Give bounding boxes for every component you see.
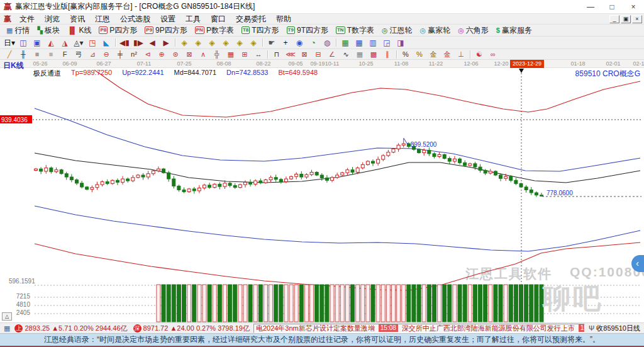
mdi-restore-button[interactable]: ▣: [621, 15, 631, 23]
draw-tool-icon[interactable]: ∿: [339, 50, 353, 59]
draw-tool-icon[interactable]: ⊥: [454, 50, 468, 59]
shenzhen-index-quote[interactable]: 8971.72 ▲24.00 0.27% 3798.19亿: [143, 324, 250, 333]
menu-item-4[interactable]: 公式选股: [115, 14, 155, 23]
news-item[interactable]: 深交所中止广西北部湾陆海新能源股份有限公司发行上市: [402, 324, 575, 333]
draw-tool-icon[interactable]: ⊿: [86, 50, 99, 59]
menu-item-9[interactable]: 帮助: [271, 14, 296, 23]
draw-tool-icon[interactable]: ⊖: [99, 50, 113, 59]
nav-tool-icon[interactable]: ◀▮: [118, 37, 131, 48]
collapse-sidebar-button[interactable]: ‹: [631, 255, 644, 272]
menu-item-8[interactable]: 交易委托: [231, 14, 271, 23]
mdi-close-button[interactable]: ×: [632, 15, 642, 23]
draw-tool-icon[interactable]: ⊠: [297, 50, 311, 59]
nav-tool-icon[interactable]: +: [279, 37, 292, 48]
nav-tool-icon[interactable]: ◫: [16, 37, 30, 48]
nav-tool-icon[interactable]: ◳: [86, 37, 99, 48]
draw-tool-icon[interactable]: ▩: [367, 50, 380, 59]
toolbar-button-P四方形[interactable]: P8P四方形: [95, 25, 141, 36]
toolbar-button-K线[interactable]: ▐▌K线: [64, 25, 96, 36]
menu-item-0[interactable]: 文件: [14, 14, 40, 23]
draw-tool-icon[interactable]: ⊠: [182, 50, 196, 59]
mdi-minimize-button[interactable]: _: [609, 15, 619, 23]
draw-tool-icon[interactable]: ↔: [252, 50, 265, 59]
expand-panel-button[interactable]: △: [2, 312, 12, 321]
toolbar-button-赢家服务[interactable]: $赢家服务: [492, 25, 536, 36]
nav-tool-icon[interactable]: 日▾: [3, 37, 16, 48]
menu-item-6[interactable]: 工具: [180, 14, 206, 23]
draw-tool-icon[interactable]: 弓: [72, 50, 86, 59]
nav-tool-icon[interactable]: ◬▾: [72, 37, 86, 48]
shenzhen-index-icon[interactable]: 深: [133, 324, 142, 333]
close-button[interactable]: ×: [623, 3, 644, 11]
draw-tool-icon[interactable]: ⊕: [155, 50, 169, 59]
nav-tool-icon[interactable]: ◨: [394, 37, 408, 48]
toolbar-button-行情[interactable]: ▦行情: [3, 25, 33, 36]
draw-tool-icon[interactable]: ⊟: [311, 50, 325, 59]
minimize-button[interactable]: —: [580, 3, 601, 11]
nav-tool-icon[interactable]: ◔: [306, 37, 320, 48]
toolbar-button-T数字表[interactable]: TNT数字表: [332, 25, 378, 36]
draw-tool-icon[interactable]: ╪: [113, 50, 127, 59]
nav-tool-icon[interactable]: ▶: [159, 37, 173, 48]
draw-tool-icon[interactable]: ∞: [486, 50, 500, 59]
draw-tool-icon[interactable]: ∧: [196, 50, 210, 59]
toolbar-button-板块[interactable]: ▚板块: [33, 25, 63, 36]
draw-tool-icon[interactable]: ≡: [30, 50, 44, 59]
menu-item-5[interactable]: 设置: [155, 14, 180, 23]
nav-tool-icon[interactable]: ◮: [58, 37, 72, 48]
toolbar-button-T四方形[interactable]: T8T四方形: [238, 25, 283, 36]
nav-tool-icon[interactable]: ◈: [247, 37, 260, 48]
keyboard-icon[interactable]: ▦: [4, 324, 10, 333]
draw-tool-icon[interactable]: 金: [440, 50, 454, 59]
draw-tool-icon[interactable]: ╫: [16, 50, 30, 59]
nav-tool-icon[interactable]: ▦: [352, 37, 366, 48]
nav-tool-icon[interactable]: ◈: [177, 37, 191, 48]
nav-tool-icon[interactable]: ◭: [44, 37, 58, 48]
nav-tool-icon[interactable]: ◈: [205, 37, 219, 48]
shanghai-index-icon[interactable]: 上: [14, 324, 23, 333]
toolbar-button-9P四方形[interactable]: P99P四方形: [141, 25, 191, 36]
draw-tool-icon[interactable]: 金: [426, 50, 440, 59]
toolbar-button-P数字表[interactable]: PNP数字表: [191, 25, 238, 36]
toolbar-button-赢家轮[interactable]: ◎赢家轮: [416, 25, 455, 36]
draw-tool-icon[interactable]: ╱: [3, 50, 16, 59]
menu-item-7[interactable]: 窗口: [206, 14, 231, 23]
nav-tool-icon[interactable]: ◣: [99, 37, 113, 48]
draw-tool-icon[interactable]: ☯: [472, 50, 486, 59]
draw-tool-icon[interactable]: %: [399, 50, 413, 59]
nav-tool-icon[interactable]: ☛: [265, 37, 279, 48]
nav-tool-icon[interactable]: ▮▶: [131, 37, 145, 48]
draw-tool-icon[interactable]: ≡: [44, 50, 58, 59]
menu-item-2[interactable]: 资讯: [65, 14, 90, 23]
nav-tool-icon[interactable]: ▦: [338, 37, 352, 48]
nav-tool-icon[interactable]: ◈: [219, 37, 233, 48]
news-item[interactable]: 电2024年3nm新芯片设计定案数量激增: [256, 324, 375, 333]
draw-tool-icon[interactable]: ⋘: [284, 50, 297, 59]
draw-tool-icon[interactable]: F: [58, 50, 72, 59]
draw-tool-icon[interactable]: %: [413, 50, 426, 59]
draw-tool-icon[interactable]: ⊛: [169, 50, 182, 59]
draw-tool-icon[interactable]: ⊞: [238, 50, 252, 59]
toolbar-button-江恩轮[interactable]: ◎江恩轮: [378, 25, 416, 36]
draw-tool-icon[interactable]: n²: [127, 50, 141, 59]
draw-tool-icon[interactable]: ∠: [325, 50, 339, 59]
news-ticker[interactable]: 电2024年3nm新芯片设计定案数量激增 15:08 深交所中止广西北部湾陆海新…: [253, 324, 585, 333]
menu-item-3[interactable]: 江恩: [90, 14, 115, 23]
maximize-button[interactable]: □: [601, 3, 623, 11]
draw-tool-icon[interactable]: ⊲: [141, 50, 155, 59]
draw-tool-icon[interactable]: ▦: [224, 50, 238, 59]
nav-tool-icon[interactable]: ◀: [145, 37, 159, 48]
nav-tool-icon[interactable]: ◈: [191, 37, 205, 48]
nav-tool-icon[interactable]: ◈: [233, 37, 247, 48]
menu-item-1[interactable]: 浏览: [40, 14, 65, 23]
tab-daily-kline[interactable]: 日K线: [3, 60, 24, 71]
draw-tool-icon[interactable]: ╬: [210, 50, 224, 59]
toolbar-button-9T四方形[interactable]: T99T四方形: [283, 25, 332, 36]
nav-tool-icon[interactable]: ◉: [292, 37, 306, 48]
draw-tool-icon[interactable]: ∥: [380, 50, 394, 59]
nav-tool-icon[interactable]: ▥: [366, 37, 380, 48]
draw-tool-icon[interactable]: ⊓: [270, 50, 284, 59]
toolbar-button-六角形[interactable]: ◎六角形: [454, 25, 492, 36]
nav-tool-icon[interactable]: ▣: [30, 37, 44, 48]
shanghai-index-quote[interactable]: 2893.25 ▲5.71 0.20% 2944.46亿: [25, 324, 127, 333]
